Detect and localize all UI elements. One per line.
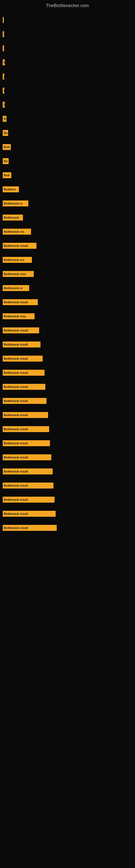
bar-row: Bottleneck result bbox=[3, 354, 135, 363]
bar-row: Bottleneck result bbox=[3, 241, 135, 250]
bar-label: Bottleneck result bbox=[4, 343, 28, 346]
bar-row: Bottleneck res bbox=[3, 227, 135, 236]
bar-label: Bottleneck res bbox=[4, 230, 24, 233]
gap-spacer bbox=[3, 505, 135, 509]
bar-label: Bottleneck re bbox=[4, 202, 23, 205]
gap-spacer bbox=[3, 124, 135, 129]
bar-row: Bottleneck result bbox=[3, 453, 135, 462]
bottleneck-bar: | bbox=[3, 45, 4, 51]
bar-row: Bottleneck bbox=[3, 213, 135, 222]
gap-spacer bbox=[3, 68, 135, 72]
gap-spacer bbox=[3, 251, 135, 255]
bar-label: Bo bbox=[4, 131, 8, 134]
bar-label: Bott bbox=[4, 174, 10, 177]
gap-spacer bbox=[3, 152, 135, 157]
gap-spacer bbox=[3, 350, 135, 354]
gap-spacer bbox=[3, 96, 135, 100]
bar-label: Bottleneck result bbox=[4, 357, 28, 360]
gap-spacer bbox=[3, 54, 135, 58]
gap-spacer bbox=[3, 519, 135, 524]
page-container: TheBottlenecker.com |||E||EBBoBottBoBott… bbox=[0, 0, 135, 539]
gap-spacer bbox=[3, 406, 135, 411]
bottleneck-bar: | bbox=[3, 31, 4, 37]
bar-label: Bott bbox=[4, 145, 10, 149]
bar-row: Bottleneck resu bbox=[3, 312, 135, 321]
bottleneck-bar: Bottleneck result bbox=[3, 440, 50, 446]
bottleneck-bar: | bbox=[3, 88, 4, 94]
bar-row: Bo bbox=[3, 129, 135, 137]
bottleneck-bar: | bbox=[3, 17, 4, 23]
bar-label: E bbox=[4, 61, 5, 64]
bar-label: Bottleneck resu bbox=[4, 315, 26, 318]
bar-label: | bbox=[4, 89, 4, 92]
gap-spacer bbox=[3, 265, 135, 270]
bottleneck-bar: Bottleneck result bbox=[3, 328, 39, 333]
bar-label: Bottlene bbox=[4, 188, 16, 191]
gap-spacer bbox=[3, 491, 135, 495]
bottleneck-bar: Bottleneck res bbox=[3, 229, 31, 235]
bottleneck-bar: Bottleneck result bbox=[3, 370, 45, 376]
bar-row: Bottleneck result bbox=[3, 495, 135, 504]
bottleneck-bar: Bottleneck result bbox=[3, 525, 57, 531]
bar-row: | bbox=[3, 30, 135, 38]
gap-spacer bbox=[3, 223, 135, 227]
bar-label: Bottleneck result bbox=[4, 301, 28, 304]
bar-row: | bbox=[3, 16, 135, 24]
bar-row: Bott bbox=[3, 143, 135, 151]
bar-label: | bbox=[4, 33, 4, 36]
bottleneck-bar: E bbox=[3, 59, 5, 65]
gap-spacer bbox=[3, 181, 135, 185]
bottleneck-bar: Bottlene bbox=[3, 186, 19, 192]
gap-spacer bbox=[3, 421, 135, 425]
gap-spacer bbox=[3, 435, 135, 439]
bottleneck-bar: Bottleneck result bbox=[3, 511, 56, 517]
bottleneck-bar: Bottleneck result bbox=[3, 468, 53, 474]
bar-row: Bottleneck result bbox=[3, 368, 135, 377]
bar-label: Bottleneck result bbox=[4, 498, 28, 501]
bar-row: B bbox=[3, 115, 135, 123]
bottleneck-bar: Bottleneck result bbox=[3, 384, 45, 390]
bottleneck-bar: Bottleneck re bbox=[3, 285, 29, 291]
bar-row: Bo bbox=[3, 157, 135, 165]
bottleneck-bar: Bottleneck result bbox=[3, 243, 37, 249]
bar-row: Bottleneck result bbox=[3, 411, 135, 420]
gap-spacer bbox=[3, 209, 135, 213]
bottleneck-bar: Bottleneck result bbox=[3, 497, 54, 503]
bar-label: | bbox=[4, 75, 4, 78]
bottleneck-bar: Bottleneck result bbox=[3, 398, 46, 404]
bottleneck-bar: Bottleneck result bbox=[3, 341, 41, 347]
bar-label: Bottleneck result bbox=[4, 244, 28, 247]
gap-spacer bbox=[3, 40, 135, 44]
bar-row: Bottleneck result bbox=[3, 340, 135, 349]
bar-row: | bbox=[3, 86, 135, 95]
bar-row: Bottleneck result bbox=[3, 524, 135, 532]
bar-label: Bottleneck result bbox=[4, 329, 28, 332]
bar-row: Bott bbox=[3, 171, 135, 180]
bar-label: Bottleneck result bbox=[4, 526, 28, 529]
bar-row: Bottleneck re bbox=[3, 284, 135, 292]
bar-row: Bottleneck res bbox=[3, 255, 135, 264]
gap-spacer bbox=[3, 477, 135, 481]
bar-label: Bottleneck result bbox=[4, 399, 28, 403]
bar-row: Bottleneck result bbox=[3, 425, 135, 433]
gap-spacer bbox=[3, 293, 135, 298]
gap-spacer bbox=[3, 378, 135, 382]
gap-spacer bbox=[3, 26, 135, 30]
bottleneck-bar: Bottleneck bbox=[3, 215, 23, 220]
gap-spacer bbox=[3, 364, 135, 368]
gap-spacer bbox=[3, 308, 135, 312]
bottleneck-bar: Bo bbox=[3, 158, 9, 164]
bar-label: B bbox=[4, 117, 6, 120]
gap-spacer bbox=[3, 138, 135, 143]
gap-spacer bbox=[3, 195, 135, 199]
gap-spacer bbox=[3, 322, 135, 326]
gap-spacer bbox=[3, 110, 135, 115]
bar-label: Bottleneck resu bbox=[4, 272, 26, 276]
bottleneck-bar: Bottleneck resu bbox=[3, 313, 35, 319]
bar-label: Bottleneck re bbox=[4, 286, 23, 290]
bottleneck-bar: Bott bbox=[3, 144, 11, 150]
bar-label: Bottleneck result bbox=[4, 456, 28, 459]
bar-label: Bottleneck result bbox=[4, 428, 28, 431]
bar-label: Bottleneck result bbox=[4, 470, 28, 473]
bar-row: Bottleneck result bbox=[3, 509, 135, 518]
